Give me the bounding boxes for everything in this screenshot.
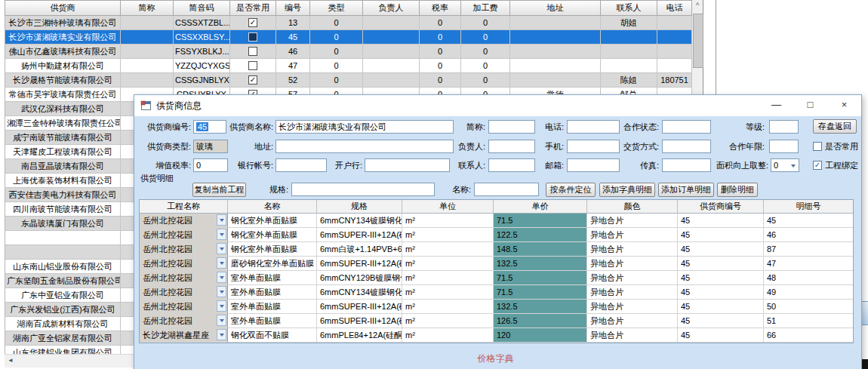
combo-dropdown-button[interactable] bbox=[217, 300, 226, 312]
column-header[interactable]: 类型 bbox=[310, 0, 363, 16]
grade-input[interactable] bbox=[769, 120, 799, 134]
supplier-row[interactable]: 佛山市亿鑫玻璃科技有限公司FSSYXBLKJ...46000 bbox=[5, 45, 692, 59]
grid-cell[interactable]: 岳州北控花园 bbox=[140, 228, 228, 242]
grid-cell: 122.5 bbox=[494, 228, 587, 242]
column-header[interactable]: 简音码 bbox=[174, 0, 230, 16]
minimize-icon[interactable]: — bbox=[759, 95, 793, 116]
spec-filter-input[interactable] bbox=[291, 183, 435, 196]
vat-input[interactable] bbox=[193, 158, 228, 172]
column-header[interactable]: 地址 bbox=[510, 0, 601, 16]
leader-input[interactable] bbox=[488, 140, 535, 153]
coop-status-input[interactable] bbox=[662, 120, 711, 134]
maximize-icon[interactable]: □ bbox=[793, 95, 827, 116]
column-header[interactable]: 联系人 bbox=[601, 0, 657, 16]
name-filter-input[interactable] bbox=[474, 183, 539, 196]
contact-input[interactable] bbox=[488, 158, 535, 172]
detail-row[interactable]: 岳州北控花园钢化室外单面贴膜6mm白玻+1.14PVB+6mm...m²148.… bbox=[140, 242, 853, 257]
grid-column-header[interactable]: 单价 bbox=[494, 200, 587, 214]
delete-detail-button[interactable]: 删除明细 bbox=[717, 183, 758, 197]
dialog-titlebar[interactable]: 供货商信息 — □ × bbox=[134, 95, 861, 116]
grid-cell[interactable]: 岳州北控花园 bbox=[140, 300, 228, 314]
copy-current-project-button[interactable]: 复制当前工程 bbox=[192, 183, 246, 197]
column-header[interactable]: 负责人 bbox=[363, 0, 420, 16]
locate-by-condition-button[interactable]: 按条件定位 bbox=[546, 183, 596, 197]
combo-dropdown-button[interactable] bbox=[217, 257, 226, 269]
round-up-dropdown[interactable]: 0 bbox=[771, 158, 799, 172]
grid-cell[interactable]: 岳州北控花园 bbox=[140, 214, 228, 228]
supplier-row[interactable]: 长沙晟格节能玻璃有限公司CSSGJNBLYXGS✓52000陈姐180751 bbox=[5, 73, 692, 88]
column-header[interactable]: 电话 bbox=[657, 0, 692, 16]
detail-row[interactable]: 岳州北控花园室外单面贴膜6mmSUPER-III+12A(硅...m²132.5… bbox=[140, 300, 853, 314]
screen: 供货商简称简音码是否常用编号类型负责人税率加工费地址联系人电话 长沙市三湘特种玻… bbox=[0, 0, 868, 369]
bank-account-input[interactable] bbox=[275, 158, 327, 172]
grid-column-header[interactable]: 名称 bbox=[228, 200, 317, 214]
combo-dropdown-button[interactable] bbox=[217, 329, 226, 340]
close-icon[interactable]: × bbox=[827, 95, 861, 116]
grid-column-header[interactable]: 工程名称 bbox=[140, 200, 228, 214]
column-header[interactable]: 是否常用 bbox=[230, 0, 276, 16]
scroll-up-icon[interactable]: ^ bbox=[692, 0, 703, 12]
grid-column-header[interactable]: 颜色 bbox=[587, 200, 678, 214]
horizontal-scrollbar[interactable]: ◄ bbox=[5, 354, 134, 367]
table-cell: 0 bbox=[461, 30, 510, 45]
combo-dropdown-button[interactable] bbox=[217, 214, 226, 226]
email-label: 邮箱: bbox=[537, 158, 564, 172]
abbr-input[interactable] bbox=[488, 120, 535, 134]
checkbox-checked[interactable]: ✓ bbox=[248, 18, 257, 27]
phone-input[interactable] bbox=[567, 120, 620, 134]
add-dictionary-detail-button[interactable]: 添加字典明细 bbox=[599, 183, 655, 197]
combo-dropdown-button[interactable] bbox=[217, 272, 226, 283]
combo-dropdown-button[interactable] bbox=[217, 243, 226, 254]
add-order-detail-button[interactable]: 添加订单明细 bbox=[658, 183, 714, 197]
column-header[interactable]: 简称 bbox=[121, 0, 174, 16]
supplier-name-input[interactable] bbox=[275, 120, 454, 134]
combo-dropdown-button[interactable] bbox=[217, 229, 226, 240]
grid-column-header[interactable]: 明细号 bbox=[764, 200, 853, 214]
common-use-checkbox[interactable] bbox=[813, 142, 822, 151]
grid-cell: 6mmSUPER-III+12A(硅... bbox=[317, 314, 402, 328]
grid-column-header[interactable]: 单位 bbox=[402, 200, 494, 214]
grid-cell[interactable]: 岳州北控花园 bbox=[140, 257, 228, 271]
detail-row[interactable]: 岳州北控花园钢化室外单面贴膜6mmCNY134镀膜钢化m²71.5异地合片454… bbox=[140, 214, 853, 228]
fax-input[interactable] bbox=[662, 158, 711, 172]
grid-column-header[interactable]: 规格 bbox=[317, 200, 402, 214]
grid-cell[interactable]: 长沙龙湖祺鑫星座 bbox=[140, 328, 228, 343]
grid-cell[interactable]: 岳州北控花园 bbox=[140, 271, 228, 285]
checkbox-unchecked[interactable] bbox=[248, 47, 257, 56]
column-header[interactable]: 税率 bbox=[420, 0, 461, 16]
column-header[interactable]: 加工费 bbox=[461, 0, 510, 16]
scrollbar-thumb[interactable] bbox=[693, 14, 703, 68]
grid-cell[interactable]: 岳州北控花园 bbox=[140, 242, 228, 257]
supplier-row[interactable]: 扬州中勤建材有限公司YZZQJCYXGS47000 bbox=[5, 59, 692, 73]
project-bind-checkbox[interactable]: ✓ bbox=[813, 161, 822, 170]
delivery-input[interactable] bbox=[662, 140, 711, 153]
grid-cell[interactable]: 岳州北控花园 bbox=[140, 314, 228, 328]
column-header[interactable]: 编号 bbox=[276, 0, 310, 16]
supplier-type-input[interactable] bbox=[193, 140, 228, 153]
address-input[interactable] bbox=[275, 140, 454, 153]
bank-input[interactable] bbox=[365, 158, 450, 172]
table-cell bbox=[121, 16, 174, 30]
detail-row[interactable]: 长沙龙湖祺鑫星座钢化双面不贴膜6mmPLE84+12A(硅酮胶...m²120异… bbox=[140, 328, 853, 343]
checkbox-unchecked[interactable] bbox=[248, 32, 257, 42]
detail-row[interactable]: 岳州北控花园室外单面贴膜6mmSUPER-III+12A(硅...m²126.5… bbox=[140, 314, 853, 328]
detail-row[interactable]: 岳州北控花园磨砂钢化室外单面贴膜6mmSUPER-III+12A(硅...m²1… bbox=[140, 257, 853, 271]
detail-row[interactable]: 岳州北控花园钢化室外单面贴膜6mmSUPER-III+12A(硅...m²122… bbox=[140, 228, 853, 242]
mobile-input[interactable] bbox=[567, 140, 620, 153]
email-input[interactable] bbox=[567, 158, 620, 172]
supplier-row[interactable]: 长沙市潇湘玻璃实业有限公司CSSXXBLSY...45000 bbox=[5, 30, 692, 45]
grid-column-header[interactable]: 供货商编号 bbox=[678, 200, 764, 214]
save-return-button[interactable]: 存盘返回 bbox=[813, 119, 857, 134]
combo-dropdown-button[interactable] bbox=[217, 315, 226, 326]
supplier-row[interactable]: 长沙市三湘特种玻璃有限公司CSSSXTZBL...✓13000胡姐 bbox=[5, 16, 692, 30]
scroll-left-icon[interactable]: ◄ bbox=[5, 355, 17, 367]
column-header[interactable]: 供货商 bbox=[5, 0, 121, 16]
detail-row[interactable]: 岳州北控花园室外单面贴膜6mmCNY129B镀膜钢化m²71.5异地合片4548 bbox=[140, 271, 853, 285]
detail-row[interactable]: 岳州北控花园室外单面贴膜6mmCNY134镀膜钢化m²71.5异地合片4549 bbox=[140, 285, 853, 300]
supplier-id-input[interactable]: 45 bbox=[193, 120, 226, 134]
combo-dropdown-button[interactable] bbox=[217, 286, 226, 297]
checkbox-checked[interactable]: ✓ bbox=[248, 75, 257, 85]
coop-years-input[interactable] bbox=[769, 140, 799, 153]
checkbox-unchecked[interactable] bbox=[248, 61, 257, 70]
grid-cell[interactable]: 岳州北控花园 bbox=[140, 285, 228, 300]
